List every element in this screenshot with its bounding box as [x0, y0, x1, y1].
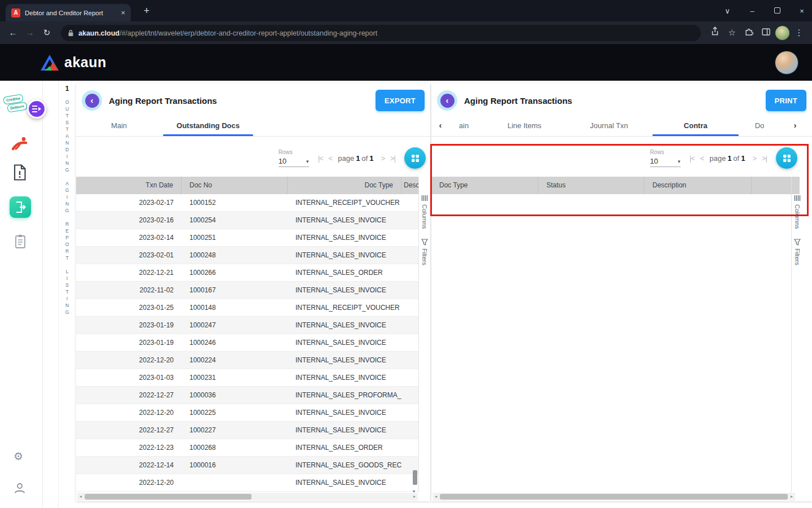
- aging-report-app-icon[interactable]: [10, 196, 31, 218]
- next-page-button[interactable]: >: [752, 154, 756, 163]
- acrobat-person-app-icon[interactable]: [12, 136, 28, 153]
- horizontal-scrollbar-thumb[interactable]: [440, 494, 788, 500]
- browser-profile-avatar[interactable]: [775, 26, 789, 40]
- column-header-description[interactable]: Description: [401, 177, 418, 194]
- table-row[interactable]: 2022-12-231000268INTERNAL_SALES_ORDER: [76, 439, 418, 457]
- tab-close-icon[interactable]: ×: [121, 8, 125, 17]
- prev-page-button[interactable]: <: [329, 154, 333, 163]
- last-page-button[interactable]: >|: [762, 154, 767, 163]
- address-bar[interactable]: akaun.cloud/#/applet/tnt/wavelet/erp/deb…: [61, 25, 701, 41]
- table-row[interactable]: 2023-02-011000248INTERNAL_SALES_INVOICE: [76, 247, 418, 264]
- table-row[interactable]: 2022-11-021000167INTERNAL_SALES_INVOICE: [76, 282, 418, 299]
- left-vertical-scrollbar[interactable]: ▾: [412, 194, 418, 492]
- last-page-button[interactable]: >|: [390, 154, 395, 163]
- cell-doc-no: 1000016: [182, 457, 288, 474]
- scroll-left-icon[interactable]: ◂: [435, 493, 437, 501]
- next-page-button[interactable]: >: [381, 154, 385, 163]
- tab-line-items[interactable]: Line Items: [482, 115, 567, 136]
- document-alert-app-icon[interactable]: [13, 164, 27, 183]
- columns-button[interactable]: Columns: [419, 195, 430, 229]
- table-row[interactable]: 2023-02-171000152INTERNAL_RECEIPT_VOUCHE…: [76, 194, 418, 212]
- account-icon[interactable]: [14, 482, 26, 497]
- tab-outstanding-docs[interactable]: Outstanding Docs: [162, 115, 254, 136]
- column-header-col-4[interactable]: [752, 177, 791, 194]
- tab-do[interactable]: Do: [740, 115, 779, 136]
- table-row[interactable]: 2022-12-211000266INTERNAL_SALES_ORDER: [76, 264, 418, 282]
- print-button[interactable]: PRINT: [766, 90, 807, 111]
- column-header-doc-no[interactable]: Doc No: [182, 177, 288, 194]
- table-row[interactable]: 2023-01-251000148INTERNAL_RECEIPT_VOUCHE…: [76, 299, 418, 317]
- side-panel-icon[interactable]: [758, 25, 773, 40]
- back-arrow-icon: ‹: [440, 94, 454, 108]
- filters-button[interactable]: Filters: [792, 239, 803, 265]
- new-tab-button[interactable]: +: [139, 3, 155, 19]
- column-header-doc-type[interactable]: Doc Type: [288, 177, 401, 194]
- share-icon[interactable]: [708, 25, 722, 40]
- creditor-debtor-sticker-icon[interactable]: Creditor Debtors: [3, 95, 27, 111]
- scroll-right-icon[interactable]: ▸: [413, 493, 416, 501]
- table-row[interactable]: 2023-02-161000254INTERNAL_SALES_INVOICE: [76, 212, 418, 229]
- url-text: akaun.cloud/#/applet/tnt/wavelet/erp/deb…: [78, 28, 377, 38]
- vertical-scrollbar-thumb[interactable]: [413, 470, 417, 485]
- right-horizontal-scrollbar[interactable]: ◂ ▸: [433, 493, 795, 501]
- nav-back-icon[interactable]: ←: [6, 25, 20, 40]
- nav-forward-icon[interactable]: →: [23, 25, 37, 40]
- expand-sidebar-button[interactable]: [27, 99, 46, 119]
- column-header-description[interactable]: Description: [645, 177, 752, 194]
- scroll-right-icon[interactable]: ▸: [791, 493, 793, 501]
- first-page-button[interactable]: |<: [318, 154, 323, 163]
- table-row[interactable]: 2022-12-271000227INTERNAL_SALES_INVOICE: [76, 422, 418, 439]
- cell-doc-type: INTERNAL_SALES_INVOICE: [288, 212, 401, 229]
- cell-doc-type: INTERNAL_SALES_INVOICE: [288, 369, 401, 386]
- table-row[interactable]: 2022-12-271000036INTERNAL_SALES_PROFORMA…: [76, 387, 418, 404]
- table-row[interactable]: 2022-12-201000225INTERNAL_SALES_INVOICE: [76, 404, 418, 422]
- cell-doc-type: INTERNAL_SALES_INVOICE: [288, 317, 401, 334]
- rows-label: Rows: [650, 149, 681, 155]
- table-settings-button[interactable]: [404, 147, 426, 169]
- column-header-txn-date[interactable]: Txn Date: [76, 177, 182, 194]
- rows-per-page-select[interactable]: Rows 10 ▾: [650, 149, 681, 167]
- tab-label: ain: [459, 121, 469, 130]
- prev-page-button[interactable]: <: [700, 154, 704, 163]
- horizontal-scrollbar-thumb[interactable]: [85, 494, 251, 500]
- column-header-doc-type[interactable]: Doc Type: [431, 177, 539, 194]
- browser-tab[interactable]: A Debtor and Creditor Report ×: [6, 4, 131, 21]
- table-row[interactable]: 2022-12-141000016INTERNAL_SALES_GOODS_RE…: [76, 457, 418, 474]
- first-page-button[interactable]: |<: [690, 154, 695, 163]
- tab-search-chevron-icon[interactable]: ∨: [722, 7, 733, 15]
- tabs-scroll-left-button[interactable]: ‹: [436, 120, 445, 130]
- table-row[interactable]: 2023-02-141000251INTERNAL_SALES_INVOICE: [76, 229, 418, 247]
- browser-menu-icon[interactable]: ⋮: [792, 25, 806, 40]
- window-minimize-icon[interactable]: –: [747, 7, 758, 15]
- user-avatar[interactable]: [775, 51, 798, 75]
- table-row[interactable]: 2022-12-20INTERNAL_SALES_INVOICE: [76, 474, 418, 492]
- extensions-puzzle-icon[interactable]: [742, 25, 756, 40]
- tab-ain[interactable]: ain: [445, 115, 482, 136]
- window-close-icon[interactable]: ×: [796, 7, 807, 15]
- table-row[interactable]: 2023-01-031000231INTERNAL_SALES_INVOICE: [76, 369, 418, 387]
- tab-journal-txn[interactable]: Journal Txn: [567, 115, 651, 136]
- back-button[interactable]: ‹: [82, 90, 102, 111]
- column-header-status[interactable]: Status: [539, 177, 645, 194]
- bookmark-star-icon[interactable]: ☆: [725, 25, 739, 40]
- table-row[interactable]: 2023-01-191000246INTERNAL_SALES_INVOICE: [76, 334, 418, 352]
- tab-label: Do: [755, 121, 765, 130]
- table-row[interactable]: 2022-12-201000224INTERNAL_SALES_INVOICE: [76, 352, 418, 369]
- akaun-logo[interactable]: akaun: [39, 54, 107, 72]
- filters-button[interactable]: Filters: [419, 239, 430, 265]
- back-button[interactable]: ‹: [437, 90, 457, 111]
- rows-per-page-select[interactable]: Rows 10 ▾: [279, 149, 309, 167]
- left-horizontal-scrollbar[interactable]: ◂ ▸: [77, 493, 418, 501]
- columns-button[interactable]: Columns: [792, 195, 803, 229]
- tab-contra[interactable]: Contra: [651, 115, 740, 136]
- nav-reload-icon[interactable]: ↻: [39, 25, 54, 40]
- window-maximize-icon[interactable]: [771, 7, 783, 15]
- tab-main[interactable]: Main: [76, 115, 162, 136]
- export-button[interactable]: EXPORT: [376, 90, 425, 111]
- clipboard-app-icon[interactable]: [14, 234, 27, 251]
- table-settings-button[interactable]: [776, 147, 797, 169]
- settings-gear-icon[interactable]: ⚙: [14, 450, 23, 463]
- scroll-left-icon[interactable]: ◂: [80, 493, 82, 501]
- tabs-scroll-right-button[interactable]: ›: [791, 120, 800, 130]
- table-row[interactable]: 2023-01-191000247INTERNAL_SALES_INVOICE: [76, 317, 418, 334]
